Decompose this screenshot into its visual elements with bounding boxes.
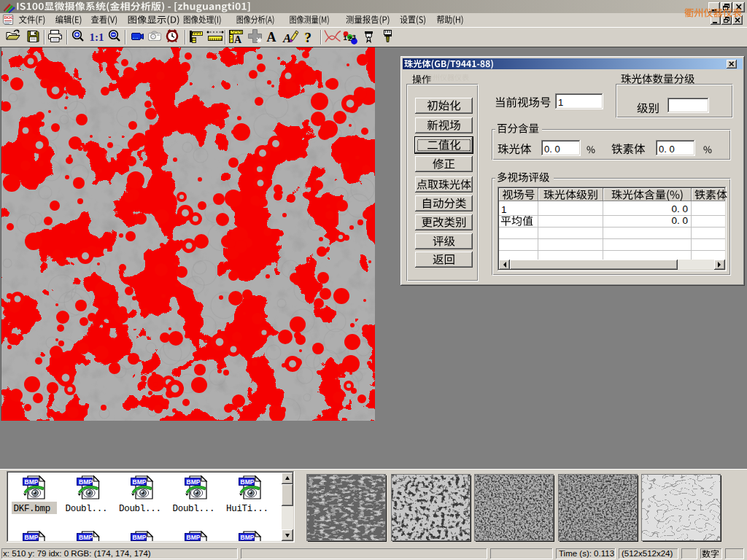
svg-text:Doubl...: Doubl... bbox=[119, 504, 161, 514]
svg-text:DKF.bmp: DKF.bmp bbox=[14, 504, 50, 514]
svg-text:1:1: 1:1 bbox=[90, 31, 104, 43]
svg-text:1: 1 bbox=[501, 204, 507, 215]
svg-text:1: 1 bbox=[344, 34, 348, 42]
svg-text:0. 0: 0. 0 bbox=[544, 144, 560, 155]
svg-text:BMP: BMP bbox=[241, 534, 255, 541]
svg-text:BMP: BMP bbox=[241, 478, 255, 486]
svg-text:Doubl...: Doubl... bbox=[173, 504, 215, 514]
svg-text:BMP: BMP bbox=[187, 478, 201, 486]
svg-text:BMP: BMP bbox=[79, 478, 93, 486]
svg-text:?: ? bbox=[305, 30, 312, 45]
svg-text:A: A bbox=[282, 31, 291, 45]
svg-text:0. 0: 0. 0 bbox=[671, 203, 688, 214]
svg-text:A: A bbox=[267, 30, 276, 44]
svg-text:BMP: BMP bbox=[25, 478, 39, 486]
svg-text:DOC: DOC bbox=[4, 15, 14, 20]
svg-text:Time (s): 0.113: Time (s): 0.113 bbox=[559, 549, 614, 558]
svg-text:A: A bbox=[234, 34, 242, 45]
svg-text:BMP: BMP bbox=[79, 534, 93, 541]
svg-text:2: 2 bbox=[348, 34, 352, 42]
svg-text:0. 0: 0. 0 bbox=[671, 215, 688, 226]
svg-text:BMP: BMP bbox=[187, 534, 201, 541]
svg-text:BMP: BMP bbox=[133, 534, 147, 541]
svg-text:Doubl...: Doubl... bbox=[66, 504, 108, 514]
svg-text:HuiTi...: HuiTi... bbox=[226, 504, 268, 514]
svg-text:BMP: BMP bbox=[133, 478, 147, 486]
svg-text:0. 0: 0. 0 bbox=[659, 144, 675, 155]
svg-text:BMP: BMP bbox=[25, 534, 39, 541]
svg-text:3: 3 bbox=[352, 33, 356, 41]
svg-text:(512x512x24): (512x512x24) bbox=[622, 549, 673, 558]
svg-text:1: 1 bbox=[558, 97, 563, 108]
svg-text:x: 510 y: 79 idx: 0 RGB: (17: x: 510 y: 79 idx: 0 RGB: (174, 174, 174) bbox=[3, 549, 151, 558]
